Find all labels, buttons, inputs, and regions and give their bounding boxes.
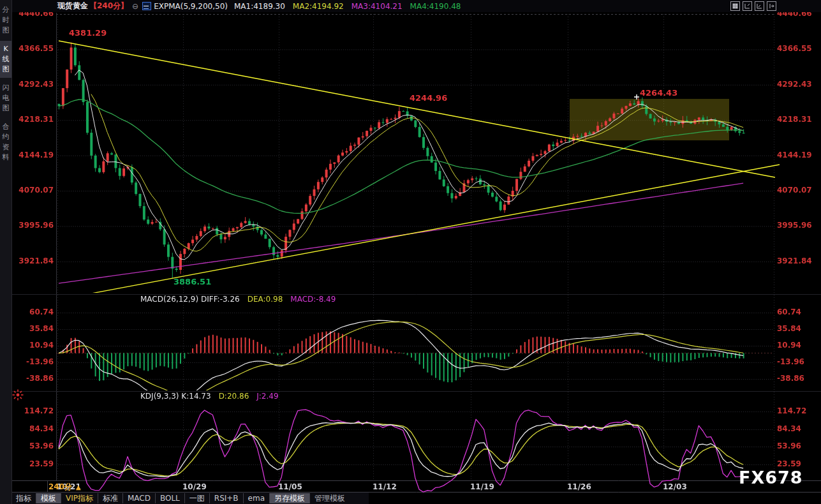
toolbar-item-BOLL[interactable]: BOLL bbox=[155, 493, 184, 503]
exit-right-icon[interactable] bbox=[767, 1, 776, 11]
move-icon[interactable] bbox=[730, 1, 740, 11]
sidebar-tab-char: 闪 bbox=[0, 83, 11, 93]
sidebar-tab-char: 图 bbox=[0, 64, 11, 75]
y-axis-label: 10.94 bbox=[777, 341, 815, 350]
sidebar-tab-闪电图[interactable]: 闪电图 bbox=[0, 80, 11, 117]
ma-value-list: MA1:4189.30MA2:4194.92MA3:4104.21MA4:419… bbox=[234, 2, 469, 11]
macd-header: MACD(26,12,9) DIFF:-3.26DEA:0.98MACD:-8.… bbox=[140, 295, 343, 304]
bottom-toolbar: 指标模板VIP指标标准MACDBOLL一图RSI+Bema另存模板管理模板 bbox=[11, 493, 369, 504]
y-axis-label: 84.34 bbox=[15, 424, 54, 433]
y-axis-label: 60.74 bbox=[777, 308, 815, 316]
period-up-arrow: ▲ bbox=[76, 484, 81, 491]
sidebar-tab-char: 合 bbox=[0, 122, 11, 132]
y-axis-label: -13.96 bbox=[777, 357, 815, 366]
indicator-header-segment: J:2.49 bbox=[256, 392, 278, 401]
y-axis-label: 114.72 bbox=[15, 406, 54, 415]
y-axis-label: 60.74 bbox=[15, 308, 54, 316]
sidebar-tab-char: 料 bbox=[0, 152, 11, 163]
x-axis-date: 12/03 bbox=[663, 482, 687, 491]
indicator-header-segment: MACD:-8.49 bbox=[290, 295, 336, 304]
y-axis-label: 114.72 bbox=[777, 406, 815, 415]
y-axis-label: 4366.55 bbox=[15, 44, 54, 53]
indicator-header-segment: MACD(26,12,9) DIFF:-3.26 bbox=[140, 295, 240, 304]
alert-icon[interactable] bbox=[12, 389, 24, 401]
period-badge: 【240分】 bbox=[89, 1, 128, 11]
sidebar-tab-char: 约 bbox=[0, 132, 11, 142]
toolbar-item-另存模板[interactable]: 另存模板 bbox=[269, 493, 309, 503]
x-axis-date: 11/26 bbox=[567, 482, 591, 491]
y-axis-label: 3921.84 bbox=[15, 256, 54, 265]
y-axis-label: 4218.31 bbox=[777, 115, 815, 124]
price-annotation: 4381.29 bbox=[69, 28, 107, 38]
chart-header: 现货黄金 【240分】 ⊖ EXPMA(5,9,200,50) MA1:4189… bbox=[11, 0, 821, 12]
price-annotation: 3886.51 bbox=[174, 277, 211, 286]
y-axis-label: 35.84 bbox=[15, 324, 54, 333]
y-axis-label: 10.94 bbox=[15, 341, 54, 350]
price-annotation: 4264.43 bbox=[640, 88, 677, 98]
sidebar-tab-K线图[interactable]: K线图 bbox=[0, 41, 11, 78]
x-axis-date: 11/19 bbox=[470, 482, 494, 491]
symbol-title: 现货黄金 bbox=[57, 1, 88, 11]
left-sidebar: 分时图K线图闪电图合约资料 bbox=[0, 0, 12, 504]
period-selector[interactable]: 240分▲ bbox=[48, 482, 81, 493]
chart-axis-icon[interactable] bbox=[755, 1, 764, 11]
y-axis-label: 4218.31 bbox=[15, 115, 54, 124]
y-axis-label: 4070.07 bbox=[15, 186, 54, 195]
ma-value: MA4:4190.48 bbox=[410, 2, 461, 11]
y-axis-label: 35.84 bbox=[777, 324, 815, 333]
sidebar-tab-char: 分 bbox=[0, 5, 11, 15]
toolbar-item-管理模板[interactable]: 管理模板 bbox=[309, 493, 350, 503]
kdj-header: KDJ(9,3,3) K:14.73D:20.86J:2.49 bbox=[140, 392, 286, 401]
ma-value: MA1:4189.30 bbox=[234, 2, 285, 11]
y-axis-label: 4144.19 bbox=[15, 151, 54, 159]
indicator-icon[interactable] bbox=[142, 2, 151, 10]
y-axis-label: 23.59 bbox=[15, 459, 54, 468]
x-axis-date: 10/29 bbox=[182, 482, 207, 491]
toolbar-item-VIP指标[interactable]: VIP指标 bbox=[61, 493, 98, 503]
y-axis-label: 4292.43 bbox=[777, 80, 815, 89]
y-axis-label: -38.86 bbox=[777, 374, 815, 383]
indicator-name: EXPMA(5,9,200,50) bbox=[154, 2, 228, 11]
indicator-header-segment: KDJ(9,3,3) K:14.73 bbox=[140, 392, 211, 401]
y-axis-label: -13.96 bbox=[15, 357, 54, 366]
indicator-header-segment: D:20.86 bbox=[219, 392, 249, 401]
price-annotation: 4244.96 bbox=[410, 93, 447, 103]
chart-window: 分时图K线图闪电图合约资料 现货黄金 【240分】 ⊖ EXPMA(5,9,20… bbox=[0, 0, 821, 504]
y-axis-label: 4366.55 bbox=[777, 44, 815, 53]
y-axis-label: 3995.96 bbox=[777, 221, 815, 230]
toolbar-item-指标[interactable]: 指标 bbox=[11, 493, 36, 503]
period-selector-label: 240分 bbox=[48, 482, 72, 491]
ma-value: MA3:4104.21 bbox=[351, 2, 403, 11]
x-axis-date: 11/12 bbox=[373, 482, 397, 491]
toolbar-item-ema[interactable]: ema bbox=[243, 493, 269, 503]
collapse-icon[interactable]: ⊖ bbox=[132, 2, 138, 11]
sidebar-tab-char: 时 bbox=[0, 15, 11, 26]
toolbar-item-标准[interactable]: 标准 bbox=[98, 493, 122, 503]
y-axis-label: 3921.84 bbox=[777, 256, 815, 265]
y-axis-label: 4144.19 bbox=[777, 151, 815, 159]
sidebar-tab-分时图[interactable]: 分时图 bbox=[0, 2, 11, 39]
window-icon-bar bbox=[730, 1, 776, 11]
y-axis-label: 23.59 bbox=[777, 459, 815, 468]
toolbar-item-RSI+B[interactable]: RSI+B bbox=[209, 493, 243, 503]
y-axis-label: -38.86 bbox=[15, 374, 54, 383]
x-axis-date: 11/05 bbox=[278, 482, 302, 491]
sidebar-tab-合约资料[interactable]: 合约资料 bbox=[0, 119, 11, 166]
toolbar-item-MACD[interactable]: MACD bbox=[122, 493, 155, 503]
y-axis-label: 4070.07 bbox=[777, 186, 815, 195]
sidebar-tab-char: 图 bbox=[0, 26, 11, 36]
toolbar-item-一图[interactable]: 一图 bbox=[184, 493, 209, 503]
sidebar-tab-char: 电 bbox=[0, 93, 11, 103]
indicator-header-segment: DEA:0.98 bbox=[248, 295, 283, 304]
chart-canvas[interactable] bbox=[0, 0, 821, 504]
sidebar-tab-char: K bbox=[0, 44, 11, 54]
sidebar-tab-char: 线 bbox=[0, 54, 11, 64]
toolbar-item-模板[interactable]: 模板 bbox=[36, 493, 61, 503]
sidebar-tab-char: 图 bbox=[0, 103, 11, 114]
scale-axis-icon[interactable] bbox=[743, 1, 752, 11]
watermark: FX678 bbox=[739, 468, 803, 487]
sidebar-tab-char: 资 bbox=[0, 142, 11, 152]
ma-value: MA2:4194.92 bbox=[293, 2, 344, 11]
y-axis-label: 84.34 bbox=[777, 424, 815, 433]
y-axis-label: 4292.43 bbox=[15, 80, 54, 89]
